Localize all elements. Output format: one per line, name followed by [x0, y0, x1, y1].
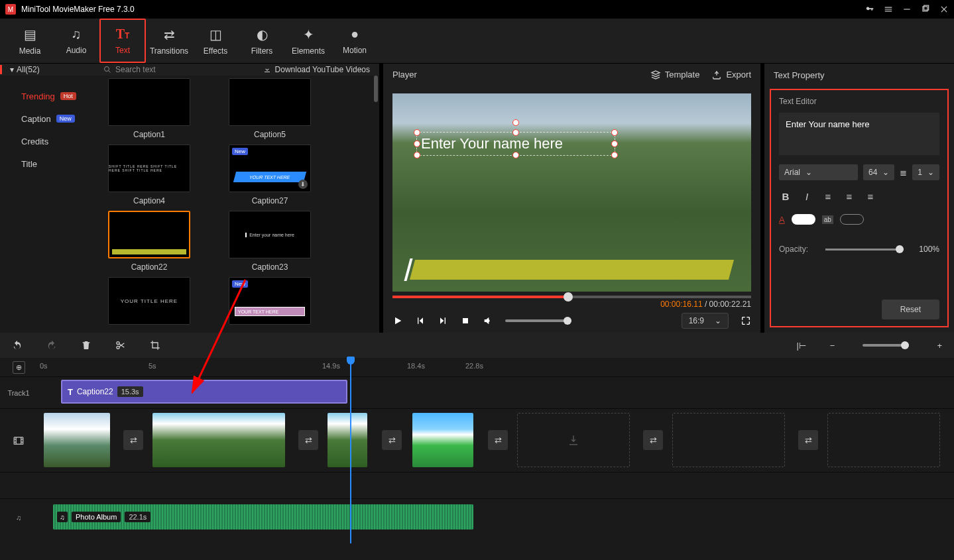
resize-handle-tl[interactable]	[414, 129, 420, 136]
drop-slot-3[interactable]	[827, 413, 940, 467]
text-overlay-box[interactable]: Enter Your name here	[416, 132, 615, 156]
thumb-caption23[interactable]: Enter your name hereCaption23	[225, 211, 314, 272]
transition-slot-3[interactable]: ⇄	[382, 430, 402, 450]
add-track-button[interactable]: ⊕	[13, 361, 25, 374]
fullscreen-button[interactable]	[741, 315, 751, 326]
highlight-color-swatch[interactable]	[840, 214, 864, 225]
minimize-icon[interactable]	[902, 5, 912, 14]
playhead[interactable]	[350, 358, 351, 543]
tab-filters[interactable]: ◐ Filters	[239, 19, 285, 63]
category-caption[interactable]: Caption New	[21, 107, 98, 130]
transition-slot-5[interactable]: ⇄	[643, 430, 663, 450]
delete-button[interactable]	[81, 340, 91, 351]
category-credits[interactable]: Credits	[21, 130, 98, 152]
text-color-swatch[interactable]	[792, 214, 815, 225]
audio-clip-photo-album[interactable]: ♫ Photo Album 22.1s	[53, 504, 473, 530]
split-button[interactable]	[115, 340, 126, 351]
font-family-select[interactable]: Arial⌄	[779, 164, 858, 180]
opacity-knob[interactable]	[896, 245, 904, 253]
resize-handle-tr[interactable]	[611, 129, 618, 136]
video-clip-2[interactable]	[152, 413, 285, 467]
bold-button[interactable]: B	[779, 191, 792, 202]
thumbnail-grid[interactable]: Caption1 Caption5 SHIFT TITLE HERE SHIFT…	[98, 76, 379, 333]
tab-transitions[interactable]: ⇄ Transitions	[146, 19, 192, 63]
resize-handle-bl[interactable]	[414, 152, 420, 158]
all-toggle[interactable]: ▾ All(52)	[0, 65, 98, 74]
line-spacing-icon[interactable]: ≣	[900, 168, 907, 178]
timeline-ruler[interactable]: ⊕ 0s 5s 14.9s 18.4s 22.8s	[0, 358, 954, 376]
tab-elements[interactable]: ✦ Elements	[285, 19, 331, 63]
redo-button[interactable]	[46, 340, 57, 351]
text-clip-caption22[interactable]: T Caption22 15.3s	[61, 380, 347, 404]
transition-slot-2[interactable]: ⇄	[298, 430, 318, 450]
opacity-slider[interactable]	[825, 249, 904, 251]
player-viewport[interactable]: Enter Your name here	[392, 93, 751, 292]
italic-button[interactable]: I	[800, 191, 813, 202]
align-center-button[interactable]: ≡	[843, 191, 856, 202]
category-title[interactable]: Title	[21, 152, 98, 175]
download-thumb-icon[interactable]: ⬇	[298, 180, 308, 189]
player-progress[interactable]	[392, 296, 751, 298]
category-trending[interactable]: Trending Hot	[21, 85, 98, 107]
resize-handle-t[interactable]	[512, 129, 519, 136]
thumb-caption27[interactable]: New YOUR TEXT HERE ⬇ Caption27	[225, 144, 314, 205]
resize-handle-br[interactable]	[611, 152, 618, 158]
thumb-caption5[interactable]: Caption5	[225, 78, 314, 139]
volume-slider[interactable]	[505, 319, 571, 322]
prev-frame-button[interactable]	[415, 315, 426, 326]
tab-text[interactable]: TT Text	[99, 19, 146, 63]
thumb-caption4[interactable]: SHIFT TITLE HERE SHIFT TITLE HERE SHIFT …	[105, 144, 194, 205]
play-button[interactable]	[392, 315, 403, 326]
resize-handle-r[interactable]	[611, 140, 618, 147]
transition-slot-4[interactable]: ⇄	[488, 430, 508, 450]
key-icon[interactable]	[865, 5, 874, 14]
scrollbar[interactable]	[374, 76, 378, 102]
tab-effects[interactable]: ◫ Effects	[192, 19, 239, 63]
reset-button[interactable]: Reset	[882, 300, 939, 319]
tab-motion[interactable]: ● Motion	[331, 19, 378, 63]
zoom-in-button[interactable]: +	[937, 341, 942, 351]
crop-button[interactable]	[150, 340, 160, 351]
video-clip-3[interactable]	[328, 413, 367, 467]
resize-handle-l[interactable]	[414, 140, 420, 147]
video-clip-4[interactable]	[412, 413, 473, 467]
zoom-knob[interactable]	[901, 341, 909, 349]
undo-button[interactable]	[12, 340, 23, 351]
text-editor-input[interactable]: Enter Your name here	[779, 113, 939, 155]
next-frame-button[interactable]	[438, 315, 448, 326]
template-button[interactable]: Template	[650, 70, 700, 80]
stop-button[interactable]	[460, 315, 471, 326]
zoom-slider[interactable]	[863, 344, 909, 347]
volume-button[interactable]	[483, 315, 493, 326]
align-left-button[interactable]: ≡	[821, 191, 835, 202]
font-size-select[interactable]: 64⌄	[863, 164, 894, 180]
thumb-text-generic[interactable]: New YOUR TEXT HERE	[225, 277, 314, 325]
drop-slot-1[interactable]	[517, 413, 630, 467]
highlight-icon[interactable]: ab	[822, 215, 833, 224]
timeline-snap-button[interactable]: |⊢	[796, 341, 805, 351]
drop-slot-2[interactable]	[672, 413, 785, 467]
tab-media[interactable]: ▤ Media	[7, 19, 53, 63]
close-icon[interactable]	[939, 5, 949, 14]
transition-slot-1[interactable]: ⇄	[123, 430, 143, 450]
menu-icon[interactable]	[884, 5, 893, 14]
rotate-handle[interactable]	[512, 119, 519, 126]
download-youtube-link[interactable]: Download YouTube Videos	[263, 65, 379, 74]
search-input[interactable]: Search text	[98, 65, 263, 74]
line-count-value: 1	[918, 168, 922, 177]
text-color-icon[interactable]: A	[779, 215, 785, 225]
resize-handle-b[interactable]	[512, 152, 519, 158]
volume-knob[interactable]	[564, 317, 571, 325]
aspect-select[interactable]: 16:9⌄	[682, 313, 729, 329]
align-right-button[interactable]: ≡	[864, 191, 877, 202]
video-clip-1[interactable]	[44, 413, 110, 467]
thumb-caption22[interactable]: Caption22	[105, 211, 194, 272]
thumb-caption1[interactable]: Caption1	[105, 78, 194, 139]
line-count-select[interactable]: 1⌄	[912, 164, 939, 180]
zoom-out-button[interactable]: −	[830, 341, 835, 351]
maximize-icon[interactable]	[921, 5, 930, 14]
export-button[interactable]: Export	[711, 70, 751, 80]
thumb-title-generic[interactable]: YOUR TITLE HERE	[105, 277, 194, 325]
transition-slot-6[interactable]: ⇄	[798, 430, 818, 450]
tab-audio[interactable]: ♫ Audio	[53, 19, 99, 63]
